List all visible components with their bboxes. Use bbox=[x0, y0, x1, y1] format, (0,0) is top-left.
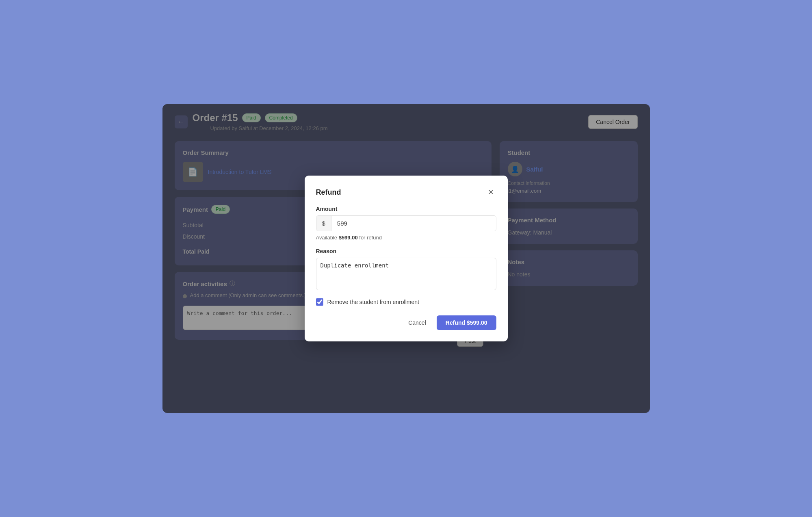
modal-overlay: Refund ✕ Amount $ Available $599.00 for … bbox=[162, 104, 650, 413]
checkbox-label: Remove the student from enrollment bbox=[327, 299, 419, 305]
refund-modal: Refund ✕ Amount $ Available $599.00 for … bbox=[305, 176, 508, 341]
available-text: Available $599.00 for refund bbox=[316, 235, 496, 241]
checkbox-row: Remove the student from enrollment bbox=[316, 298, 496, 306]
reason-textarea[interactable]: Duplicate enrollment bbox=[316, 258, 496, 290]
modal-header: Refund ✕ bbox=[316, 187, 496, 198]
refund-button[interactable]: Refund $599.00 bbox=[437, 315, 496, 330]
available-amount: $599.00 bbox=[339, 235, 358, 241]
remove-enrollment-checkbox[interactable] bbox=[316, 298, 323, 306]
modal-close-button[interactable]: ✕ bbox=[485, 187, 496, 198]
amount-label: Amount bbox=[316, 206, 496, 212]
modal-cancel-button[interactable]: Cancel bbox=[403, 316, 432, 329]
amount-input-row: $ bbox=[316, 215, 496, 231]
available-prefix: Available bbox=[316, 235, 338, 241]
modal-title: Refund bbox=[316, 188, 341, 197]
amount-input[interactable] bbox=[331, 216, 496, 231]
reason-label: Reason bbox=[316, 248, 496, 254]
modal-footer: Cancel Refund $599.00 bbox=[316, 315, 496, 330]
dollar-sign: $ bbox=[316, 216, 331, 231]
page-container: ← Order #15 Paid Completed Updated by Sa… bbox=[162, 104, 650, 413]
available-suffix: for refund bbox=[359, 235, 382, 241]
